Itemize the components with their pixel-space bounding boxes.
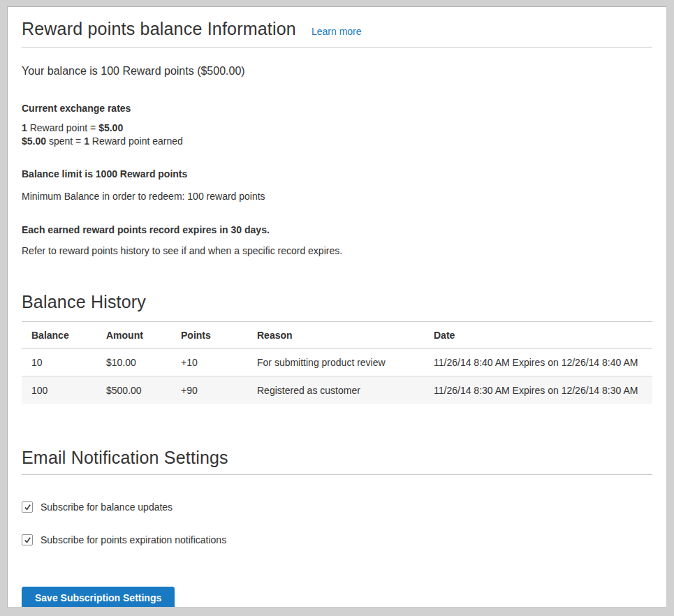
points-expiration-option[interactable]: Subscribe for points expiration notifica… [22, 534, 652, 545]
exchange-rate-line-1: 1 Reward point = $5.00 [22, 122, 652, 135]
page-header: Reward points balance Information Learn … [22, 18, 652, 47]
save-subscription-settings-button[interactable]: Save Subscription Settings [22, 587, 175, 608]
checkmark-icon [24, 504, 31, 511]
exchange-rate-line-2: $5.00 spent = 1 Reward point earned [22, 135, 652, 148]
checkmark-icon [24, 536, 31, 544]
learn-more-link[interactable]: Learn more [312, 26, 362, 37]
page-title: Reward points balance Information [22, 18, 296, 39]
balance-updates-label[interactable]: Subscribe for balance updates [41, 501, 173, 513]
rate1-amount: $5.00 [98, 122, 123, 133]
expiry-note: Refer to reward points history to see if… [22, 245, 652, 256]
exchange-rates-heading: Current exchange rates [22, 103, 652, 114]
rate2-points: 1 [84, 135, 89, 147]
exchange-rates: 1 Reward point = $5.00 $5.00 spent = 1 R… [22, 122, 652, 148]
expiry-notice: Each earned reward points record expires… [22, 224, 652, 235]
cell-points: +90 [171, 376, 247, 404]
rate2-amount: $5.00 [22, 135, 46, 147]
cell-balance: 100 [22, 376, 96, 404]
min-redeem-notice: Minimum Balance in order to redeem: 100 … [22, 191, 652, 202]
cell-reason: Registered as customer [247, 376, 424, 404]
table-header-row: Balance Amount Points Reason Date [22, 322, 652, 349]
cell-amount: $10.00 [96, 349, 171, 376]
column-header-date: Date [424, 322, 652, 349]
points-expiration-checkbox[interactable] [22, 534, 33, 545]
cell-amount: $500.00 [96, 376, 171, 404]
column-header-reason: Reason [247, 322, 424, 349]
balance-limit-notice: Balance limit is 1000 Reward points [22, 168, 652, 179]
balance-summary: Your balance is 100 Reward points ($500.… [22, 65, 652, 78]
balance-updates-option[interactable]: Subscribe for balance updates [22, 501, 652, 513]
table-row: 10 $10.00 +10 For submitting product rev… [22, 349, 652, 376]
cell-points: +10 [171, 349, 247, 376]
reward-points-card: Reward points balance Information Learn … [7, 6, 667, 608]
rate1-points: 1 [22, 122, 27, 133]
column-header-amount: Amount [96, 322, 171, 349]
table-row: 100 $500.00 +90 Registered as customer 1… [22, 376, 652, 404]
balance-history-table: Balance Amount Points Reason Date 10 $10… [22, 321, 652, 404]
cell-date: 11/26/14 8:30 AM Expires on 12/26/14 8:3… [424, 376, 652, 404]
rate1-text: Reward point = [27, 122, 98, 133]
balance-updates-checkbox[interactable] [22, 501, 33, 513]
cell-reason: For submitting product review [247, 349, 424, 376]
balance-history-heading: Balance History [22, 291, 652, 312]
rate2-text: spent = [46, 135, 84, 147]
cell-balance: 10 [22, 349, 96, 376]
email-notification-heading: Email Notification Settings [22, 447, 652, 475]
column-header-points: Points [171, 322, 247, 349]
column-header-balance: Balance [22, 322, 96, 349]
rate2-tail: Reward point earned [89, 135, 183, 147]
points-expiration-label[interactable]: Subscribe for points expiration notifica… [41, 534, 226, 545]
cell-date: 11/26/14 8:40 AM Expires on 12/26/14 8:4… [424, 349, 652, 376]
